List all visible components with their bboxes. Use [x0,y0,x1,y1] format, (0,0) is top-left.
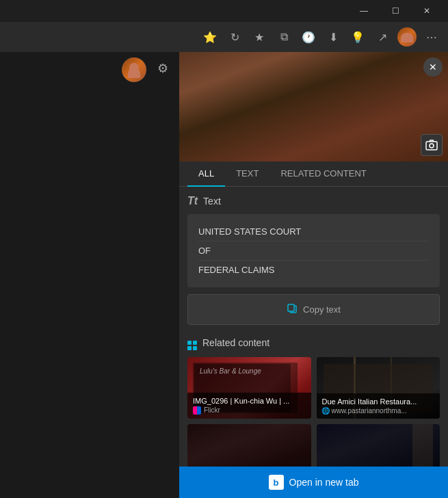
browser-toolbar: ⭐ ↻ ★ ⧉ 🕐 ⬇ 💡 ↗ ⋯ [0,22,448,52]
related-content-header: Related content [187,336,440,350]
card-source-name-pasta: www.pastariannorthma... [332,407,407,415]
card-source-flickr: Flickr [193,406,306,415]
content-area[interactable]: Tt Text UNITED STATES COURT OF FEDERAL C… [179,187,448,498]
tabs: ALL TEXT RELATED CONTENT [179,161,448,187]
svg-rect-0 [426,142,437,150]
tab-related-content[interactable]: RELATED CONTENT [269,161,377,187]
text-line-2: OF [198,241,429,261]
text-icon: Tt [187,195,198,207]
image-area: UNITED STATES COURT OF FEDERAL CLAIMS ✕ [179,52,448,161]
screenshot-button[interactable] [421,134,443,156]
copy-icon [287,303,298,316]
maximize-button[interactable]: ☐ [380,0,411,22]
collections-icon[interactable]: ⧉ [273,26,295,48]
related-card-flickr[interactable]: Lulu's Bar & Lounge IMG_0296 | Kun-chia … [187,357,311,419]
text-results: UNITED STATES COURT OF FEDERAL CLAIMS [187,214,440,287]
related-content-grid: Lulu's Bar & Lounge IMG_0296 | Kun-chia … [187,357,440,419]
svg-point-1 [430,144,434,148]
card-title-pasta: Due Amici Italian Restaura... [322,397,435,406]
open-in-new-tab-button[interactable]: b Open in new tab [179,467,448,498]
lightbulb-icon[interactable]: 💡 [347,26,369,48]
text-section-label: Text [203,196,221,207]
close-button[interactable]: ✕ [411,0,443,22]
text-section-header: Tt Text [187,195,440,207]
card-source-name-flickr: Flickr [204,406,220,414]
card-source-pasta: 🌐 www.pastariannorthma... [322,407,435,415]
settings-icon[interactable]: ⚙ [152,57,174,79]
bookmark-icon[interactable]: ★ [248,26,270,48]
copy-text-button[interactable]: Copy text [187,294,440,325]
open-in-new-tab-label: Open in new tab [289,477,359,488]
bing-logo: b [269,475,284,490]
web-icon: 🌐 [322,407,329,414]
profile-icon[interactable] [396,26,418,48]
refresh-icon[interactable]: ↻ [224,26,246,48]
minimize-button[interactable]: — [348,0,380,22]
image-placeholder: UNITED STATES COURT OF FEDERAL CLAIMS [179,52,448,161]
card-title-flickr: IMG_0296 | Kun-chia Wu | ... [193,397,306,405]
main-panel: UNITED STATES COURT OF FEDERAL CLAIMS ✕ … [179,52,448,498]
tab-all[interactable]: ALL [187,161,225,187]
titlebar: — ☐ ✕ [0,0,448,22]
close-panel-button[interactable]: ✕ [423,57,443,77]
more-icon[interactable]: ⋯ [421,26,443,48]
download-icon[interactable]: ⬇ [322,26,344,48]
sidebar: ⚙ [0,52,179,498]
card-image-pasta: Due Amici Italian Restaura... 🌐 www.past… [317,357,440,419]
svg-rect-3 [288,304,294,311]
card-image-flickr: Lulu's Bar & Lounge IMG_0296 | Kun-chia … [187,357,311,419]
copy-text-label: Copy text [303,304,341,315]
tab-text[interactable]: TEXT [225,161,269,187]
related-card-pasta[interactable]: Due Amici Italian Restaura... 🌐 www.past… [317,357,440,419]
text-line-3: FEDERAL CLAIMS [198,261,429,279]
history-icon[interactable]: 🕐 [298,26,319,48]
text-line-1: UNITED STATES COURT [198,222,429,241]
share-icon[interactable]: ↗ [371,26,393,48]
related-grid-icon [187,336,197,350]
related-section-label: Related content [202,337,269,348]
avatar[interactable] [122,57,146,82]
card-meta-pasta: Due Amici Italian Restaura... 🌐 www.past… [317,393,440,419]
card-meta-flickr: IMG_0296 | Kun-chia Wu | ... Flickr [187,393,311,419]
favorites-icon[interactable]: ⭐ [199,26,221,48]
